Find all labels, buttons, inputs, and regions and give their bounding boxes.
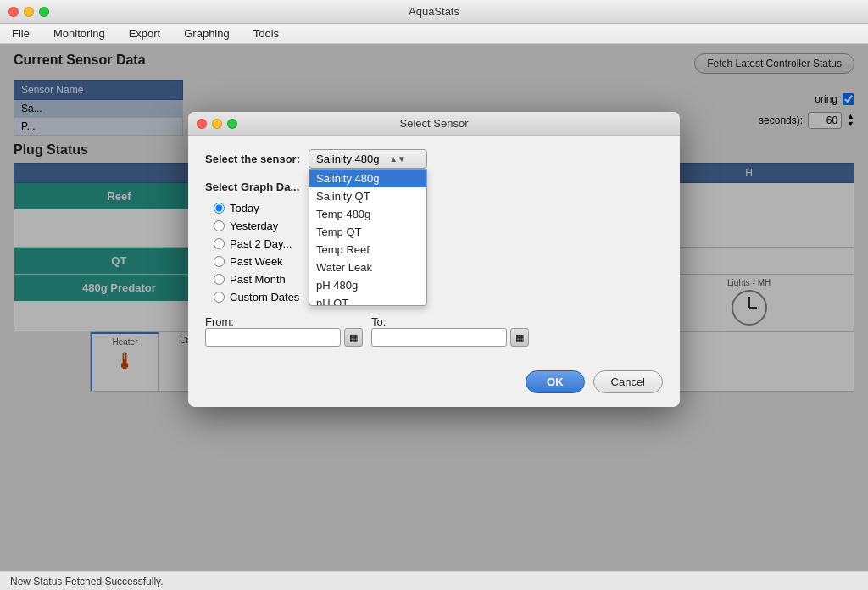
close-button[interactable]	[8, 7, 19, 17]
menu-file[interactable]: File	[7, 25, 35, 42]
dropdown-item-6[interactable]: pH 480g	[309, 276, 426, 294]
menu-export[interactable]: Export	[124, 25, 166, 42]
modal-overlay: Select Sensor Select the sensor: Salinit…	[0, 44, 868, 571]
modal-max-button[interactable]	[227, 119, 237, 129]
status-message: New Status Fetched Successfully.	[10, 576, 164, 587]
minimize-button[interactable]	[24, 7, 34, 17]
modal-footer: OK Cancel	[188, 360, 680, 407]
dropdown-scroll[interactable]: Salinity 480g Salinity QT Temp 480g Temp…	[309, 170, 426, 305]
sensor-select-row: Select the sensor: Salinity 480g ▲▼ Sali…	[205, 149, 663, 169]
select-sensor-modal: Select Sensor Select the sensor: Salinit…	[188, 112, 680, 407]
dropdown-item-4[interactable]: Temp Reef	[309, 241, 426, 259]
from-input-container: ▦	[205, 328, 363, 347]
sensor-select-label: Select the sensor:	[205, 153, 300, 165]
modal-close-button[interactable]	[197, 119, 207, 129]
from-date-picker-btn[interactable]: ▦	[344, 328, 363, 347]
app-title: AquaStats	[409, 5, 459, 18]
modal-titlebar: Select Sensor	[188, 112, 680, 136]
to-date-picker-btn[interactable]: ▦	[510, 328, 529, 347]
modal-min-button[interactable]	[212, 119, 222, 129]
menu-graphing[interactable]: Graphing	[179, 25, 234, 42]
from-label: From:	[205, 315, 363, 328]
status-bar: New Status Fetched Successfully.	[0, 571, 868, 590]
menu-tools[interactable]: Tools	[248, 25, 284, 42]
from-date-input[interactable]	[205, 328, 341, 347]
sensor-dropdown-list[interactable]: Salinity 480g Salinity QT Temp 480g Temp…	[309, 169, 427, 306]
sensor-dropdown-selected[interactable]: Salinity 480g ▲▼	[309, 149, 427, 169]
dropdown-item-1[interactable]: Salinity QT	[309, 187, 426, 205]
sensor-dropdown-value: Salinity 480g	[316, 153, 379, 165]
from-section: From: ▦	[205, 315, 363, 347]
radio-custom-label: Custom Dates	[230, 291, 299, 303]
dropdown-item-2[interactable]: Temp 480g	[309, 205, 426, 223]
cancel-button[interactable]: Cancel	[593, 370, 663, 393]
window-controls	[8, 7, 49, 17]
dropdown-arrow: ▲▼	[389, 154, 406, 164]
radio-past2days-label: Past 2 Day...	[230, 237, 292, 250]
modal-body: Select the sensor: Salinity 480g ▲▼ Sali…	[188, 136, 680, 360]
dropdown-item-5[interactable]: Water Leak	[309, 259, 426, 276]
sensor-dropdown-container[interactable]: Salinity 480g ▲▼ Salinity 480g Salinity …	[309, 149, 427, 169]
radio-pastmonth-input[interactable]	[214, 274, 225, 285]
to-input-container: ▦	[371, 328, 529, 347]
radio-yesterday-input[interactable]	[214, 220, 225, 231]
radio-pastmonth-label: Past Month	[230, 273, 286, 286]
radio-yesterday-label: Yesterday	[230, 220, 278, 232]
dropdown-item-0[interactable]: Salinity 480g	[309, 170, 426, 187]
radio-custom-input[interactable]	[214, 292, 225, 303]
radio-today-input[interactable]	[214, 203, 225, 214]
date-range: From: ▦ To: ▦	[205, 315, 529, 347]
to-label: To:	[371, 315, 529, 328]
titlebar: AquaStats	[0, 0, 868, 24]
to-section: To: ▦	[371, 315, 529, 347]
ok-button[interactable]: OK	[526, 370, 585, 393]
dropdown-item-7[interactable]: pH QT	[309, 294, 426, 305]
modal-title: Select Sensor	[400, 117, 469, 130]
to-date-input[interactable]	[371, 328, 507, 347]
maximize-button[interactable]	[39, 7, 49, 17]
menu-monitoring[interactable]: Monitoring	[48, 25, 110, 42]
radio-today-label: Today	[230, 202, 259, 214]
dropdown-item-3[interactable]: Temp QT	[309, 223, 426, 241]
radio-pastweek-label: Past Week	[230, 255, 283, 268]
radio-pastweek-input[interactable]	[214, 256, 225, 267]
radio-past2days-input[interactable]	[214, 238, 225, 249]
menubar: File Monitoring Export Graphing Tools	[0, 24, 868, 44]
